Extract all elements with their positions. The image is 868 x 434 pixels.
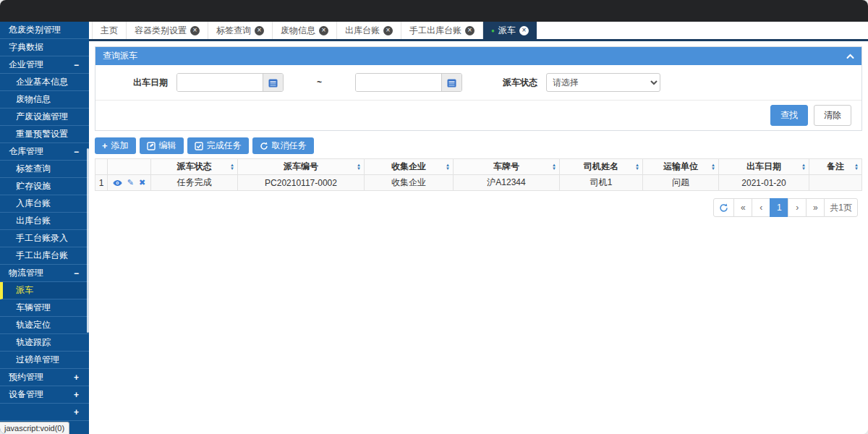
date-from-input[interactable] xyxy=(177,74,263,91)
collapse-minus-icon[interactable]: − xyxy=(74,60,79,70)
sort-icon[interactable]: ▲▼ xyxy=(230,163,234,171)
tab-container-category[interactable]: 容器类别设置× xyxy=(127,22,208,39)
tab-dispatch-active[interactable]: ●派车× xyxy=(483,22,537,39)
sidebar-item-hazard-category[interactable]: 危废类别管理 xyxy=(0,22,89,39)
collapse-minus-icon[interactable]: − xyxy=(74,147,79,157)
complete-task-button[interactable]: 完成任务 xyxy=(187,137,249,154)
sidebar-item-track-location[interactable]: 轨迹定位 xyxy=(0,317,89,334)
sidebar-item-label: 仓库管理 xyxy=(9,145,43,158)
sidebar-item-label: 手工出库台账 xyxy=(16,250,68,262)
sidebar-item-outbound-ledger[interactable]: 出库台账 xyxy=(0,213,89,230)
page-number-button[interactable]: 1 xyxy=(770,198,788,217)
sidebar-item-waste-info[interactable]: 废物信息 xyxy=(0,91,89,109)
sidebar-item-label-query[interactable]: 标签查询 xyxy=(0,161,89,178)
sidebar-item-label: 车辆管理 xyxy=(16,302,51,314)
sort-icon[interactable]: ▲▼ xyxy=(801,163,806,171)
date-to-input[interactable] xyxy=(356,74,441,91)
sort-icon[interactable]: ▲▼ xyxy=(552,163,556,171)
date-label: 出车日期 xyxy=(133,77,168,89)
chevron-up-icon[interactable] xyxy=(846,54,854,59)
delete-x-icon[interactable]: ✖ xyxy=(139,178,145,187)
tab-manual-outbound-ledger[interactable]: 手工出库台账× xyxy=(401,22,483,39)
sidebar-item-storage-facility[interactable]: 贮存设施 xyxy=(0,178,89,195)
header-driver-name[interactable]: 司机姓名▲▼ xyxy=(560,159,643,175)
header-transport-unit[interactable]: 运输单位▲▼ xyxy=(643,159,719,175)
header-dispatch-no[interactable]: 派车编号▲▼ xyxy=(238,159,365,175)
close-icon[interactable]: × xyxy=(465,26,475,35)
sidebar-item-manual-ledger-entry[interactable]: 手工台账录入 xyxy=(0,230,89,247)
sort-icon[interactable]: ▲▼ xyxy=(357,163,361,171)
tab-outbound-ledger[interactable]: 出库台账× xyxy=(337,22,401,39)
sidebar-item-weight-warning[interactable]: 重量预警设置 xyxy=(0,126,89,143)
edit-button[interactable]: 编辑 xyxy=(140,137,184,154)
sidebar-item-dispatch-active[interactable]: 派车 xyxy=(0,282,89,299)
tab-waste-info[interactable]: 废物信息× xyxy=(273,22,337,39)
sidebar-item-track-follow[interactable]: 轨迹跟踪 xyxy=(0,334,89,352)
search-button[interactable]: 查找 xyxy=(770,105,808,126)
page-last-button[interactable]: » xyxy=(806,198,825,217)
page-total-label: 共1页 xyxy=(824,198,858,217)
cancel-task-button[interactable]: 取消任务 xyxy=(252,137,314,154)
cell-plate-no: 沪A12344 xyxy=(454,175,560,191)
close-icon[interactable]: × xyxy=(383,26,393,35)
sidebar-group-logistics[interactable]: 物流管理− xyxy=(0,265,89,282)
app-window: 危废类别管理 字典数据 企业管理− 企业基本信息 废物信息 产废设施管理 重量预… xyxy=(0,0,868,434)
refresh-button[interactable] xyxy=(713,198,734,217)
expand-plus-icon[interactable]: + xyxy=(74,373,79,383)
calendar-icon[interactable] xyxy=(441,74,461,91)
header-depart-date[interactable]: 出车日期▲▼ xyxy=(719,159,809,175)
page-first-button[interactable]: « xyxy=(733,198,752,217)
sort-icon[interactable]: ▲▼ xyxy=(446,163,450,171)
header-collect-company[interactable]: 收集企业▲▼ xyxy=(365,159,454,175)
expand-plus-icon[interactable]: + xyxy=(74,390,79,400)
header-index xyxy=(95,159,108,175)
close-icon[interactable]: × xyxy=(190,26,200,35)
header-remark[interactable]: 备注▲▼ xyxy=(809,159,862,175)
cell-transport-unit: 问题 xyxy=(643,175,719,191)
cell-collect-company: 收集企业 xyxy=(365,175,454,191)
dispatch-status-select[interactable]: 请选择 xyxy=(546,73,660,92)
view-eye-icon[interactable] xyxy=(113,179,122,187)
sidebar-item-label: 过磅单管理 xyxy=(16,354,59,366)
sidebar-item-enterprise-info[interactable]: 企业基本信息 xyxy=(0,74,89,91)
header-dispatch-status[interactable]: 派车状态▲▼ xyxy=(151,159,238,175)
close-icon[interactable]: × xyxy=(319,26,328,35)
edit-pencil-icon[interactable]: ✎ xyxy=(127,178,134,187)
tab-label: 容器类别设置 xyxy=(135,25,187,37)
expand-plus-icon[interactable]: + xyxy=(74,407,79,417)
sidebar-item-label: 贮存设施 xyxy=(16,180,51,192)
sidebar-item-weighbridge[interactable]: 过磅单管理 xyxy=(0,352,89,369)
grid-toolbar: + 添加 编辑 完成任务 取消任务 xyxy=(95,137,862,154)
calendar-icon[interactable] xyxy=(263,74,283,91)
sidebar-item-label: 重量预警设置 xyxy=(16,128,68,140)
sidebar-group-reservation[interactable]: 预约管理+ xyxy=(0,369,89,386)
clear-button[interactable]: 清除 xyxy=(814,105,851,126)
tab-strip: 主页 容器类别设置× 标签查询× 废物信息× 出库台账× 手工出库台账× ●派车… xyxy=(89,22,868,41)
sidebar-item-vehicle-mgmt[interactable]: 车辆管理 xyxy=(0,299,89,317)
collapse-minus-icon[interactable]: − xyxy=(74,268,79,278)
sort-icon[interactable]: ▲▼ xyxy=(711,163,715,171)
sort-icon[interactable]: ▲▼ xyxy=(635,163,639,171)
sidebar-item-label: 废物信息 xyxy=(16,93,51,106)
page-next-button[interactable]: › xyxy=(788,198,807,217)
sidebar-group-partial[interactable]: + xyxy=(0,404,89,421)
sidebar-item-manual-outbound-ledger[interactable]: 手工出库台账 xyxy=(0,247,89,265)
sidebar-group-equipment[interactable]: 设备管理+ xyxy=(0,386,89,404)
sidebar-item-dictionary[interactable]: 字典数据 xyxy=(0,39,89,56)
close-icon[interactable]: × xyxy=(255,26,264,35)
sidebar-group-enterprise[interactable]: 企业管理− xyxy=(0,56,89,74)
sort-icon[interactable]: ▲▼ xyxy=(854,163,859,171)
page-prev-button[interactable]: ‹ xyxy=(752,198,770,217)
sidebar-item-label: 手工台账录入 xyxy=(16,232,68,244)
sidebar-item-inbound-ledger[interactable]: 入库台账 xyxy=(0,195,89,213)
cell-dispatch-status: 任务完成 xyxy=(151,175,238,191)
sidebar-group-warehouse[interactable]: 仓库管理− xyxy=(0,143,89,161)
sidebar-item-waste-facility[interactable]: 产废设施管理 xyxy=(0,109,89,126)
add-button[interactable]: + 添加 xyxy=(95,137,136,154)
tab-home[interactable]: 主页 xyxy=(92,22,127,39)
close-icon[interactable]: × xyxy=(519,26,529,35)
edit-icon xyxy=(147,142,156,150)
header-plate-no[interactable]: 车牌号▲▼ xyxy=(454,159,560,175)
tab-label-query[interactable]: 标签查询× xyxy=(208,22,273,39)
table-row[interactable]: 1 ✎ ✖ 任务完成 PC20210117-0002 收集企业 沪A12344 … xyxy=(95,175,862,191)
